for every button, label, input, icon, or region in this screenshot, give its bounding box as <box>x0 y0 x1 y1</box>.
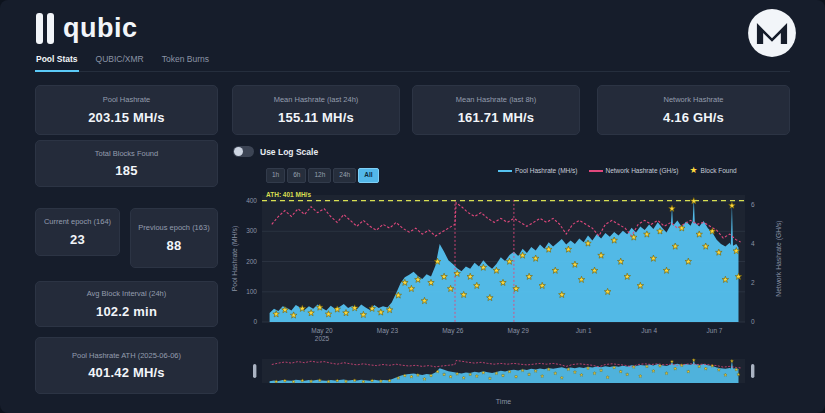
stat-network-hashrate: Network Hashrate 4.16 GH/s <box>597 85 790 135</box>
qubic-logo: qubic <box>36 13 138 44</box>
legend-label: Pool Hashrate (MH/s) <box>515 167 578 174</box>
range-12h-button[interactable]: 12h <box>308 168 331 183</box>
x-axis-title: Time <box>496 398 511 405</box>
stat-value: 203.15 MH/s <box>88 110 165 125</box>
stat-value: 155.11 MH/s <box>278 110 354 125</box>
legend-network-hashrate[interactable]: Network Hashrate (GH/s) <box>589 167 679 174</box>
x-tick: May 23 <box>377 327 399 335</box>
stat-label: Avg Block Interval (24h) <box>87 289 166 298</box>
chart-legend: Pool Hashrate (MH/s) Network Hashrate (G… <box>498 166 737 175</box>
stat-value: 23 <box>70 232 85 247</box>
brush-navigator[interactable] <box>253 358 754 383</box>
stat-value: 185 <box>115 163 137 178</box>
stat-value: 401.42 MH/s <box>88 365 165 380</box>
log-scale-toggle[interactable] <box>233 146 254 157</box>
monero-logo-icon <box>746 7 798 59</box>
stat-value: 88 <box>167 238 182 253</box>
tab-token-burns[interactable]: Token Burns <box>161 54 210 71</box>
range-1h-button[interactable]: 1h <box>266 168 285 183</box>
x-tick: May 29 <box>508 327 530 335</box>
x-tick: May 20 <box>311 327 333 335</box>
stat-current-epoch: Current epoch (164) 23 <box>35 208 120 256</box>
stat-label: Mean Hashrate (last 24h) <box>274 95 359 104</box>
legend-label: Network Hashrate (GH/s) <box>606 167 679 174</box>
y-right-axis-title: Network Hashrate (GH/s) <box>775 220 783 296</box>
stat-value: 4.16 GH/s <box>663 110 724 125</box>
y-left-axis-title: Pool Hashrate (MH/s) <box>231 226 239 291</box>
tab-bar: Pool Stats QUBIC/XMR Token Burns <box>35 54 790 72</box>
stat-mean-hashrate-24h: Mean Hashrate (last 24h) 155.11 MH/s <box>232 85 400 135</box>
legend-pool-hashrate[interactable]: Pool Hashrate (MH/s) <box>498 167 578 174</box>
legend-label: Block Found <box>701 167 737 174</box>
brush-handle-right[interactable] <box>751 364 754 378</box>
stat-label: Pool Hashrate ATH (2025-06-06) <box>72 351 181 360</box>
y-right-tick: 6 <box>751 201 755 208</box>
y-left-tick: 0 <box>253 318 257 325</box>
legend-block-found[interactable]: ★ Block Found <box>689 166 736 175</box>
stat-total-blocks: Total Blocks Found 185 <box>35 140 218 187</box>
stat-label: Total Blocks Found <box>95 149 158 158</box>
chart-svg[interactable]: 01002003004000246ATH: 401 MH/sMay 202025… <box>228 183 803 411</box>
range-buttons: 1h 6h 12h 24h All <box>266 168 379 183</box>
stat-pool-hashrate: Pool Hashrate 203.15 MH/s <box>35 85 218 135</box>
brand-name: qubic <box>63 13 138 44</box>
stat-mean-hashrate-8h: Mean Hashrate (last 8h) 161.71 MH/s <box>412 85 580 135</box>
pool-dashboard: qubic Pool Stats QUBIC/XMR Token Burns P… <box>0 0 825 413</box>
y-right-tick: 0 <box>751 318 755 325</box>
brush-handle-left[interactable] <box>253 364 256 378</box>
y-left-tick: 300 <box>246 227 257 234</box>
qubic-bars-icon <box>36 13 54 44</box>
y-right-tick: 2 <box>751 279 755 286</box>
tab-pool-stats[interactable]: Pool Stats <box>35 54 79 72</box>
network-line-swatch-icon <box>589 170 603 172</box>
stat-previous-epoch: Previous epoch (163) 88 <box>130 208 218 268</box>
x-tick: May 26 <box>442 327 464 335</box>
star-icon: ★ <box>689 166 697 175</box>
stat-avg-block-interval: Avg Block Interval (24h) 102.2 min <box>35 281 218 327</box>
y-left-tick: 100 <box>246 288 257 295</box>
tab-qubic-xmr[interactable]: QUBIC/XMR <box>95 54 145 71</box>
stat-pool-hashrate-ath: Pool Hashrate ATH (2025-06-06) 401.42 MH… <box>35 337 218 394</box>
ath-label: ATH: 401 MH/s <box>266 191 311 198</box>
stat-label: Pool Hashrate <box>103 95 151 104</box>
range-6h-button[interactable]: 6h <box>287 168 306 183</box>
x-tick-year: 2025 <box>315 335 330 342</box>
log-scale-label: Use Log Scale <box>260 147 318 157</box>
pool-line-swatch-icon <box>498 170 512 172</box>
stat-label: Previous epoch (163) <box>138 223 209 232</box>
range-24h-button[interactable]: 24h <box>333 168 356 183</box>
stat-label: Mean Hashrate (last 8h) <box>456 95 536 104</box>
y-left-tick: 200 <box>246 258 257 265</box>
x-tick: Jun 4 <box>641 327 657 334</box>
range-all-button[interactable]: All <box>358 168 378 183</box>
stat-label: Network Hashrate <box>663 95 723 104</box>
stat-value: 161.71 MH/s <box>458 110 535 125</box>
x-tick: Jun 1 <box>576 327 592 334</box>
stat-value: 102.2 min <box>96 304 157 319</box>
y-left-tick: 400 <box>246 197 257 204</box>
y-right-tick: 4 <box>751 240 755 247</box>
toggle-knob <box>234 147 243 156</box>
stat-label: Current epoch (164) <box>44 217 111 226</box>
x-tick: Jun 7 <box>707 327 723 334</box>
hashrate-chart[interactable]: 01002003004000246ATH: 401 MH/sMay 202025… <box>228 183 803 413</box>
log-scale-row: Use Log Scale <box>233 146 318 157</box>
